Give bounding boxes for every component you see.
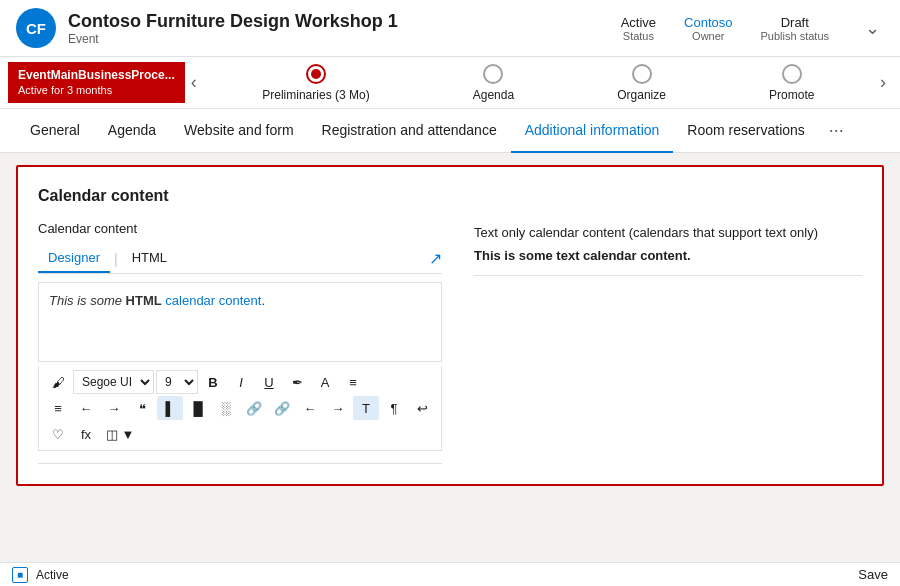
- step-circle-1: [306, 64, 326, 84]
- status-label: Status: [621, 30, 656, 42]
- field-label-calendar: Calendar content: [38, 221, 442, 236]
- toolbar-unlink-btn[interactable]: 🔗: [269, 396, 295, 420]
- avatar: CF: [16, 8, 56, 48]
- tab-general[interactable]: General: [16, 109, 94, 153]
- status-text: Active: [36, 568, 69, 582]
- text-only-label: Text only calendar content (calendars th…: [474, 225, 862, 240]
- step-circle-4: [782, 64, 802, 84]
- expand-icon[interactable]: ↗: [429, 249, 442, 268]
- status-icon: ■: [12, 567, 28, 583]
- toolbar-indent-dec-btn[interactable]: ←: [73, 396, 99, 420]
- event-subtitle: Event: [68, 32, 398, 46]
- divider: [38, 463, 442, 464]
- step-label-1: Preliminaries (3 Mo): [262, 88, 369, 102]
- header-left: CF Contoso Furniture Design Workshop 1 E…: [16, 8, 398, 48]
- text-only-content: This is some text calendar content.: [474, 248, 862, 263]
- step-circle-3: [632, 64, 652, 84]
- app-header: CF Contoso Furniture Design Workshop 1 E…: [0, 0, 900, 57]
- tab-agenda[interactable]: Agenda: [94, 109, 170, 153]
- toolbar-row-1: 🖌 Segoe UI 9 B I U ✒ A ≡: [45, 370, 435, 394]
- tab-additional-information[interactable]: Additional information: [511, 109, 674, 153]
- tab-website-and-form[interactable]: Website and form: [170, 109, 307, 153]
- toolbar-font-select[interactable]: Segoe UI: [73, 370, 154, 394]
- toolbar-bold-btn[interactable]: B: [200, 370, 226, 394]
- header-right: Active Status Contoso Owner Draft Publis…: [621, 13, 884, 43]
- toolbar-heart-btn[interactable]: ♡: [45, 422, 71, 446]
- stage-step-3[interactable]: Organize: [617, 64, 666, 102]
- stage-step-1[interactable]: Preliminaries (3 Mo): [262, 64, 369, 102]
- publish-meta: Draft Publish status: [761, 15, 829, 42]
- tab-designer[interactable]: Designer: [38, 244, 110, 273]
- header-meta: Active Status Contoso Owner Draft Publis…: [621, 15, 829, 42]
- current-stage[interactable]: EventMainBusinessProce... Active for 3 m…: [8, 62, 185, 104]
- stage-step-2[interactable]: Agenda: [473, 64, 514, 102]
- toolbar-list-btn[interactable]: ≡: [45, 396, 71, 420]
- toolbar-row-3: ♡ fx ◫ ▼: [45, 422, 435, 446]
- toolbar-para-btn[interactable]: ¶: [381, 396, 407, 420]
- toolbar-underline-btn[interactable]: U: [256, 370, 282, 394]
- nav-tabs: General Agenda Website and form Registra…: [0, 109, 900, 153]
- main-content: Calendar content Calendar content Design…: [0, 153, 900, 562]
- status-meta: Active Status: [621, 15, 656, 42]
- toolbar-fx-btn[interactable]: fx: [73, 422, 99, 446]
- rich-text-suffix: .: [261, 293, 265, 308]
- tab-html[interactable]: HTML: [122, 244, 177, 273]
- right-divider: [474, 275, 862, 276]
- toolbar-quote-btn[interactable]: ❝: [129, 396, 155, 420]
- toolbar-format-btn[interactable]: T: [353, 396, 379, 420]
- stage-steps: Preliminaries (3 Mo) Agenda Organize Pro…: [203, 64, 874, 102]
- tab-room-reservations[interactable]: Room reservations: [673, 109, 819, 153]
- toolbar-align-btn[interactable]: ≡: [340, 370, 366, 394]
- stage-next-button[interactable]: ›: [874, 68, 892, 97]
- owner-value: Contoso: [684, 15, 732, 30]
- status-value: Active: [621, 15, 656, 30]
- toolbar-indent-inc-btn[interactable]: →: [101, 396, 127, 420]
- step-circle-2: [483, 64, 503, 84]
- toolbar-fwd-btn[interactable]: →: [325, 396, 351, 420]
- toolbar-align-center-btn[interactable]: █: [185, 396, 211, 420]
- card-right: Text only calendar content (calendars th…: [474, 221, 862, 464]
- tab-registration[interactable]: Registration and attendance: [308, 109, 511, 153]
- status-bar: ■ Active Save: [0, 562, 900, 586]
- header-title-block: Contoso Furniture Design Workshop 1 Even…: [68, 11, 398, 46]
- stage-name: EventMainBusinessProce...: [18, 68, 175, 84]
- calendar-content-card: Calendar content Calendar content Design…: [16, 165, 884, 486]
- publish-label: Publish status: [761, 30, 829, 42]
- toolbar-row-2: ≡ ← → ❝ ▌ █ ░ 🔗 🔗 ← → T ¶ ↩: [45, 396, 435, 420]
- toolbar-align-right-btn[interactable]: ░: [213, 396, 239, 420]
- stage-prev-button[interactable]: ‹: [185, 68, 203, 97]
- rich-text-link[interactable]: calendar content: [165, 293, 261, 308]
- toolbar-italic-btn[interactable]: I: [228, 370, 254, 394]
- header-chevron-button[interactable]: ⌄: [861, 13, 884, 43]
- rich-text-bold: HTML: [126, 293, 162, 308]
- toolbar-size-select[interactable]: 9: [156, 370, 198, 394]
- publish-value: Draft: [761, 15, 829, 30]
- toolbar-undo-btn[interactable]: ↩: [409, 396, 435, 420]
- stage-step-4[interactable]: Promote: [769, 64, 814, 102]
- card-title: Calendar content: [38, 187, 862, 205]
- nav-more-button[interactable]: ···: [819, 109, 854, 153]
- step-label-3: Organize: [617, 88, 666, 102]
- rich-text-prefix: This is some: [49, 293, 126, 308]
- toolbar-link-btn[interactable]: 🔗: [241, 396, 267, 420]
- rich-text-editor[interactable]: This is some HTML calendar content.: [38, 282, 442, 362]
- card-left: Calendar content Designer | HTML ↗ This …: [38, 221, 442, 464]
- toolbar-brush-btn[interactable]: 🖌: [45, 370, 71, 394]
- toolbar-table-btn[interactable]: ◫ ▼: [101, 422, 139, 446]
- owner-label: Owner: [684, 30, 732, 42]
- tab-separator: |: [110, 251, 122, 267]
- step-label-2: Agenda: [473, 88, 514, 102]
- event-title: Contoso Furniture Design Workshop 1: [68, 11, 398, 32]
- toolbar-highlight-btn[interactable]: ✒: [284, 370, 310, 394]
- owner-meta: Contoso Owner: [684, 15, 732, 42]
- toolbar-align-left-btn[interactable]: ▌: [157, 396, 183, 420]
- status-left: ■ Active: [12, 567, 69, 583]
- toolbar-back-btn[interactable]: ←: [297, 396, 323, 420]
- rich-text-toolbar: 🖌 Segoe UI 9 B I U ✒ A ≡: [38, 366, 442, 451]
- step-label-4: Promote: [769, 88, 814, 102]
- save-button[interactable]: Save: [858, 567, 888, 582]
- stage-sub: Active for 3 months: [18, 83, 175, 97]
- toolbar-font-color-btn[interactable]: A: [312, 370, 338, 394]
- editor-tabs: Designer | HTML ↗: [38, 244, 442, 274]
- card-body: Calendar content Designer | HTML ↗ This …: [38, 221, 862, 464]
